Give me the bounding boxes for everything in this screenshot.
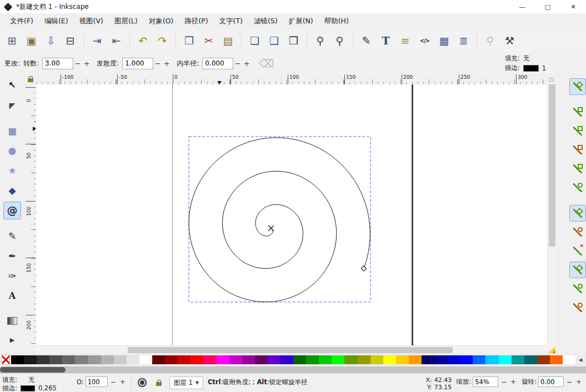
palette-swatch-21[interactable] [281, 355, 293, 364]
snap-bbox-centers-button[interactable] [569, 179, 586, 196]
palette-swatch-42[interactable] [550, 355, 563, 364]
palette-swatch-24[interactable] [319, 355, 332, 364]
import-button[interactable]: ⇥ [87, 31, 107, 51]
rotation-decrease-button[interactable]: − [565, 376, 573, 387]
menu-item-filters[interactable]: 滤镜(S) [248, 14, 283, 29]
snap-cusp-nodes-button[interactable] [569, 262, 586, 278]
menu-item-edit[interactable]: 编辑(E) [39, 14, 74, 29]
palette-swatch-25[interactable] [332, 355, 344, 364]
palette-swatch-12[interactable] [165, 355, 178, 364]
unlink-clone-button[interactable]: ❒ [284, 31, 303, 51]
rotation-input[interactable] [538, 376, 564, 387]
clone-button[interactable]: ❑ [264, 31, 284, 51]
stroke-color-swatch[interactable] [523, 65, 539, 72]
palette-swatch-27[interactable] [358, 355, 370, 364]
minimize-button[interactable]: — [509, 0, 535, 13]
zoom-input[interactable] [473, 376, 498, 387]
snap-path-button[interactable] [569, 224, 586, 240]
turns-input[interactable] [42, 58, 73, 69]
fill-stroke-dialog-button[interactable]: ✎ [357, 31, 376, 51]
divergence-input[interactable] [122, 58, 153, 69]
xml-editor-button[interactable]: </> [415, 31, 434, 51]
palette-swatch-39[interactable] [512, 355, 524, 364]
palette-swatch-6[interactable] [88, 355, 101, 364]
snap-path-intersections-button[interactable] [569, 243, 586, 259]
palette-swatch-20[interactable] [268, 355, 281, 364]
scrollbar-corner-button[interactable]: ▢ [547, 74, 556, 85]
palette-swatch-43[interactable] [563, 355, 575, 364]
duplicate-button[interactable]: ❏ [245, 31, 264, 51]
snap-bbox-corners-button[interactable] [569, 142, 586, 158]
palette-swatch-5[interactable] [75, 355, 88, 364]
open-button[interactable]: ▣ [22, 31, 41, 51]
palette-swatch-30[interactable] [396, 355, 409, 364]
menu-item-path[interactable]: 路径(P) [179, 14, 213, 29]
snap-midpoints-button[interactable] [569, 299, 586, 316]
palette-swatch-33[interactable] [434, 355, 447, 364]
palette-swatch-11[interactable] [152, 355, 165, 364]
palette-swatch-8[interactable] [114, 355, 127, 364]
palette-swatch-40[interactable] [524, 355, 537, 364]
inner-radius-decrease-button[interactable]: − [233, 57, 242, 70]
palette-swatch-41[interactable] [537, 355, 550, 364]
palette-swatch-18[interactable] [242, 355, 255, 364]
palette-swatch-9[interactable] [127, 355, 139, 364]
snap-smooth-nodes-button[interactable] [569, 280, 586, 297]
print-button[interactable]: ⊟ [61, 31, 80, 51]
palette-swatch-22[interactable] [293, 355, 306, 364]
snap-bbox-edges-button[interactable] [569, 123, 586, 139]
palette-swatch-29[interactable] [383, 355, 396, 364]
opacity-decrease-button[interactable]: − [109, 376, 117, 387]
divergence-decrease-button[interactable]: − [153, 57, 162, 70]
palette-swatch-10[interactable] [139, 355, 152, 364]
reset-defaults-button[interactable]: ⌫ [257, 54, 276, 73]
export-button[interactable]: ⇤ [107, 31, 126, 51]
status-fill-value[interactable]: 无 [28, 376, 35, 384]
rotation-increase-button[interactable]: + [575, 376, 583, 387]
objects-dialog-button[interactable]: ≣ [454, 31, 473, 51]
rectangle-tool-button[interactable]: ■ [3, 122, 21, 140]
menu-item-help[interactable]: 帮助(H) [319, 14, 354, 29]
layers-dialog-button[interactable]: ≡ [395, 31, 415, 51]
redo-button[interactable]: ↷ [153, 31, 172, 51]
copy-button[interactable]: ❐ [179, 31, 199, 51]
palette-swatch-1[interactable] [24, 355, 37, 364]
spiral-center-handle[interactable] [268, 225, 274, 231]
turns-decrease-button[interactable]: − [73, 57, 82, 70]
turns-increase-button[interactable]: + [82, 57, 91, 70]
palette-swatch-0[interactable] [11, 355, 24, 364]
menu-item-object[interactable]: 对象(O) [143, 14, 179, 29]
star-tool-button[interactable]: ★ [3, 162, 21, 179]
layer-lock-button[interactable] [153, 376, 165, 389]
preferences-button[interactable]: ⚒ [500, 31, 519, 51]
palette-swatch-31[interactable] [409, 355, 422, 364]
spiral-tool-button[interactable]: @ [3, 202, 21, 219]
selector-tool-button[interactable]: ↖ [3, 77, 21, 94]
palette-swatch-37[interactable] [485, 355, 498, 364]
spiral-path[interactable] [189, 138, 370, 302]
find-button[interactable]: ⚲ [480, 31, 500, 51]
palette-swatch-17[interactable] [229, 355, 242, 364]
snap-bbox-edge-midpoints-button[interactable] [569, 160, 586, 177]
menu-item-file[interactable]: 文件(F) [4, 14, 39, 29]
menu-item-view[interactable]: 视图(V) [74, 14, 109, 29]
zoom-decrease-button[interactable]: − [500, 376, 508, 387]
close-button[interactable]: ✕ [560, 0, 586, 13]
undo-button[interactable]: ↶ [133, 31, 153, 51]
pencil-tool-button[interactable]: ✎ [3, 227, 21, 245]
layer-selector[interactable]: 图层 1 ▼ [169, 376, 203, 389]
palette-swatch-28[interactable] [370, 355, 383, 364]
inner-radius-input[interactable] [202, 58, 233, 69]
palette-swatch-4[interactable] [62, 355, 75, 364]
box3d-tool-button[interactable]: ◆ [3, 182, 21, 199]
calligraphy-tool-button[interactable]: ✑ [3, 267, 21, 285]
zoom-selection-button[interactable]: ⚲ [310, 31, 330, 51]
align-distribute-button[interactable]: ▦ [434, 31, 454, 51]
paste-button[interactable]: ▤ [218, 31, 238, 51]
vertical-ruler[interactable]: 0 50 100 150 200 250 [24, 84, 37, 345]
palette-no-color-swatch[interactable] [2, 355, 10, 365]
palette-swatch-2[interactable] [37, 355, 49, 364]
palette-swatch-26[interactable] [344, 355, 357, 364]
menu-item-extensions[interactable]: 扩展(N) [283, 14, 319, 29]
more-tools-button[interactable]: ▶ [3, 331, 21, 349]
